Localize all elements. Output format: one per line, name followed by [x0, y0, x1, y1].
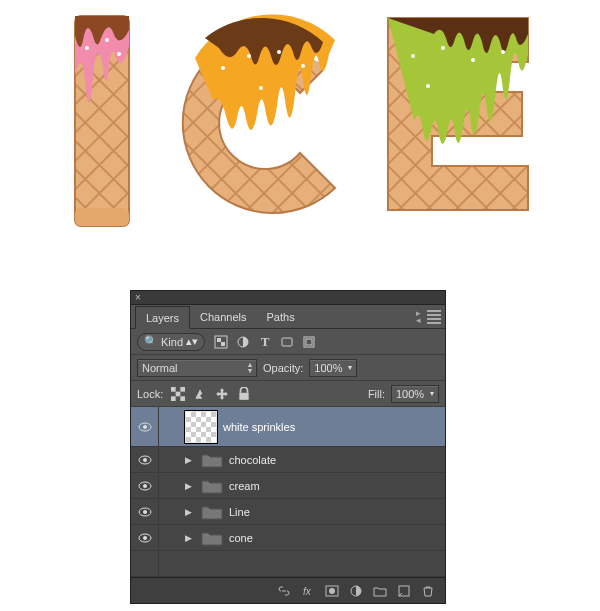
fill-input[interactable]: 100% ▾: [391, 385, 439, 403]
lock-position-icon[interactable]: [213, 386, 231, 402]
filter-pixel-icon[interactable]: [211, 333, 231, 351]
fill-label: Fill:: [368, 388, 385, 400]
folder-icon: [201, 478, 223, 494]
link-layers-icon[interactable]: [275, 582, 293, 600]
visibility-icon[interactable]: [138, 481, 152, 491]
svg-point-17: [471, 58, 475, 62]
svg-point-16: [441, 46, 445, 50]
layer-name: cone: [229, 532, 253, 544]
panel-close-icon[interactable]: ×: [135, 292, 141, 303]
svg-point-14: [259, 86, 263, 90]
svg-rect-26: [306, 339, 312, 345]
svg-rect-32: [171, 396, 176, 401]
svg-point-5: [85, 46, 89, 50]
kind-filter-dropdown[interactable]: 🔍 Kind ▴▾: [137, 333, 205, 351]
ice-artwork: [0, 0, 600, 275]
svg-point-19: [426, 84, 430, 88]
layer-group-chocolate[interactable]: ▶ chocolate: [131, 447, 445, 473]
opacity-input[interactable]: 100% ▾: [309, 359, 357, 377]
twirl-icon[interactable]: ▶: [185, 481, 195, 491]
visibility-icon[interactable]: [138, 533, 152, 543]
svg-point-37: [143, 458, 147, 462]
svg-rect-28: [171, 387, 176, 392]
svg-point-15: [411, 54, 415, 58]
fill-value: 100%: [396, 388, 424, 400]
twirl-icon[interactable]: ▶: [185, 507, 195, 517]
layer-name: chocolate: [229, 454, 276, 466]
layers-panel: × Layers Channels Paths ▸◂ 🔍 Kind ▴▾ T: [130, 290, 446, 604]
letter-e: [373, 8, 543, 238]
filter-type-icon[interactable]: T: [255, 333, 275, 351]
tab-paths[interactable]: Paths: [257, 305, 305, 328]
delete-layer-icon[interactable]: [419, 582, 437, 600]
kind-label: Kind: [161, 336, 183, 348]
svg-point-43: [143, 536, 147, 540]
panel-menu-icon[interactable]: [427, 310, 441, 324]
twirl-icon[interactable]: ▶: [185, 455, 195, 465]
svg-point-13: [301, 64, 305, 68]
svg-point-35: [143, 425, 147, 429]
tab-channels[interactable]: Channels: [190, 305, 256, 328]
layer-group-cone[interactable]: ▶ cone: [131, 525, 445, 551]
layer-name: cream: [229, 480, 260, 492]
lock-row: Lock: Fill: 100% ▾: [131, 381, 445, 407]
letter-c: [165, 8, 355, 238]
lock-all-icon[interactable]: [235, 386, 253, 402]
svg-rect-31: [181, 387, 186, 392]
layer-list: white sprinkles ▶ chocolate ▶ cr: [131, 407, 445, 577]
visibility-icon[interactable]: [138, 422, 152, 432]
svg-point-11: [247, 54, 251, 58]
svg-rect-33: [240, 392, 249, 399]
layer-style-icon[interactable]: fx: [299, 582, 317, 600]
layer-group-cream[interactable]: ▶ cream: [131, 473, 445, 499]
filter-shape-icon[interactable]: [277, 333, 297, 351]
filter-smart-icon[interactable]: [299, 333, 319, 351]
svg-point-41: [143, 510, 147, 514]
lock-pixels-icon[interactable]: [191, 386, 209, 402]
search-icon: 🔍: [144, 335, 158, 348]
svg-rect-21: [217, 338, 221, 342]
adjustment-layer-icon[interactable]: [347, 582, 365, 600]
panel-collapse-icon[interactable]: ▸◂: [416, 310, 421, 324]
svg-text:fx: fx: [303, 586, 312, 597]
svg-point-7: [117, 52, 121, 56]
panel-tabs: Layers Channels Paths ▸◂: [131, 305, 445, 329]
layer-empty-row: [131, 551, 445, 577]
folder-icon: [201, 452, 223, 468]
opacity-value: 100%: [314, 362, 342, 374]
layer-white-sprinkles[interactable]: white sprinkles: [131, 407, 445, 447]
new-group-icon[interactable]: [371, 582, 389, 600]
svg-rect-24: [282, 338, 292, 346]
layer-mask-icon[interactable]: [323, 582, 341, 600]
opacity-label: Opacity:: [263, 362, 303, 374]
panel-close-bar: ×: [131, 291, 445, 305]
svg-rect-4: [75, 208, 129, 226]
visibility-icon[interactable]: [138, 455, 152, 465]
layer-thumbnail[interactable]: [185, 411, 217, 443]
new-layer-icon[interactable]: [395, 582, 413, 600]
folder-icon: [201, 504, 223, 520]
layer-group-line[interactable]: ▶ Line: [131, 499, 445, 525]
layer-name: white sprinkles: [223, 421, 295, 433]
lock-label: Lock:: [137, 388, 163, 400]
svg-point-10: [221, 66, 225, 70]
svg-rect-30: [181, 396, 186, 401]
panel-footer: fx: [131, 577, 445, 603]
svg-point-12: [277, 50, 281, 54]
folder-icon: [201, 530, 223, 546]
svg-rect-22: [221, 342, 225, 346]
svg-point-6: [105, 38, 109, 42]
layer-name: Line: [229, 506, 250, 518]
tab-label: Layers: [146, 312, 179, 324]
filter-adjustment-icon[interactable]: [233, 333, 253, 351]
tab-label: Paths: [267, 311, 295, 323]
twirl-icon[interactable]: ▶: [185, 533, 195, 543]
svg-point-18: [501, 50, 505, 54]
blend-mode-dropdown[interactable]: Normal ▴▾: [137, 359, 257, 377]
letter-i: [57, 8, 147, 238]
lock-transparency-icon[interactable]: [169, 386, 187, 402]
blend-row: Normal ▴▾ Opacity: 100% ▾: [131, 355, 445, 381]
visibility-icon[interactable]: [138, 507, 152, 517]
svg-rect-29: [176, 391, 181, 396]
tab-layers[interactable]: Layers: [135, 306, 190, 329]
